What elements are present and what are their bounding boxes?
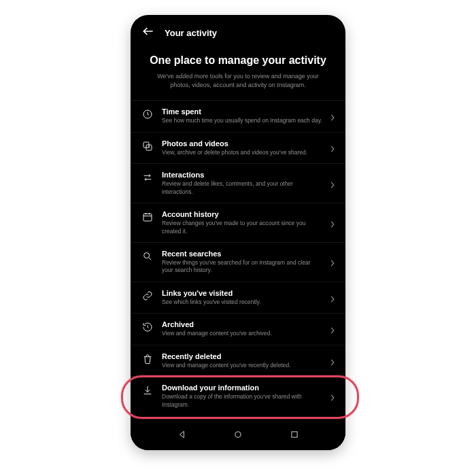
- swap-icon: [141, 171, 154, 184]
- chevron-right-icon: [329, 143, 336, 156]
- row-title: Archived: [162, 320, 322, 328]
- row-subtitle: View and manage content you've recently …: [162, 362, 322, 369]
- back-icon[interactable]: [141, 24, 155, 41]
- clock-icon: [141, 108, 154, 120]
- row-subtitle: Download a copy of the information you'v…: [162, 393, 322, 409]
- link-icon: [141, 290, 154, 302]
- row-subtitle: View and manage content you've archived.: [162, 330, 322, 337]
- row-subtitle: See which links you've visited recently.: [162, 299, 322, 306]
- row-title: Time spent: [162, 107, 322, 116]
- row-text: Links you've visited See which links you…: [162, 289, 335, 306]
- row-subtitle: See how much time you usually spend on I…: [162, 117, 322, 124]
- row-title: Download your information: [162, 384, 322, 392]
- row-text: Download your information Download a cop…: [162, 384, 335, 409]
- activity-list: Time spent See how much time you usually…: [131, 101, 345, 415]
- row-subtitle: Review changes you've made to your accou…: [162, 220, 322, 235]
- chevron-right-icon: [329, 357, 336, 369]
- chevron-right-icon: [329, 219, 336, 231]
- header-title: Your activity: [165, 28, 217, 38]
- row-photos-videos[interactable]: Photos and videos View, archive or delet…: [131, 133, 345, 164]
- nav-back-icon[interactable]: [177, 430, 187, 442]
- row-title: Recently deleted: [162, 352, 322, 360]
- nav-home-icon[interactable]: [233, 430, 243, 442]
- chevron-right-icon: [329, 258, 336, 270]
- row-title: Recent searches: [162, 250, 322, 258]
- row-recent-searches[interactable]: Recent searches Review things you've sea…: [131, 243, 345, 282]
- hero: One place to manage your activity We've …: [131, 48, 345, 101]
- row-text: Photos and videos View, archive or delet…: [162, 139, 335, 156]
- row-text: Account history Review changes you've ma…: [162, 210, 335, 235]
- row-time-spent[interactable]: Time spent See how much time you usually…: [131, 101, 345, 132]
- calendar-icon: [141, 211, 154, 223]
- chevron-right-icon: [329, 180, 336, 192]
- media-icon: [141, 140, 154, 152]
- app-header: Your activity: [131, 15, 345, 48]
- row-text: Archived View and manage content you've …: [162, 320, 335, 337]
- hero-title: One place to manage your activity: [147, 54, 329, 67]
- svg-rect-3: [143, 214, 152, 221]
- trash-icon: [141, 353, 154, 365]
- row-subtitle: View, archive or delete photos and video…: [162, 149, 322, 156]
- row-text: Recently deleted View and manage content…: [162, 352, 335, 369]
- row-links-visited[interactable]: Links you've visited See which links you…: [131, 282, 345, 313]
- chevron-right-icon: [329, 294, 336, 306]
- svg-rect-6: [291, 432, 296, 437]
- row-title: Interactions: [162, 171, 322, 179]
- chevron-right-icon: [329, 392, 336, 405]
- phone-frame: Your activity One place to manage your a…: [131, 15, 345, 450]
- row-interactions[interactable]: Interactions Review and delete likes, co…: [131, 164, 345, 203]
- row-account-history[interactable]: Account history Review changes you've ma…: [131, 203, 345, 243]
- hero-subtitle: We've added more tools for you to review…: [147, 72, 329, 89]
- row-archived[interactable]: Archived View and manage content you've …: [131, 313, 345, 345]
- svg-point-4: [144, 253, 150, 258]
- row-download-info[interactable]: Download your information Download a cop…: [131, 377, 345, 415]
- row-subtitle: Review things you've searched for on Ins…: [162, 259, 322, 275]
- row-text: Interactions Review and delete likes, co…: [162, 171, 335, 196]
- chevron-right-icon: [329, 112, 336, 124]
- svg-point-5: [235, 432, 241, 437]
- search-icon: [141, 250, 154, 262]
- row-recently-deleted[interactable]: Recently deleted View and manage content…: [131, 345, 345, 377]
- row-text: Recent searches Review things you've sea…: [162, 250, 335, 275]
- row-subtitle: Review and delete likes, comments, and y…: [162, 180, 322, 196]
- archive-icon: [141, 321, 154, 333]
- android-navbar: [131, 422, 345, 450]
- nav-recent-icon[interactable]: [290, 430, 299, 442]
- row-text: Time spent See how much time you usually…: [162, 107, 335, 124]
- chevron-right-icon: [329, 325, 336, 337]
- download-icon: [141, 384, 154, 396]
- row-title: Account history: [162, 210, 322, 218]
- row-title: Photos and videos: [162, 139, 322, 148]
- row-title: Links you've visited: [162, 289, 322, 297]
